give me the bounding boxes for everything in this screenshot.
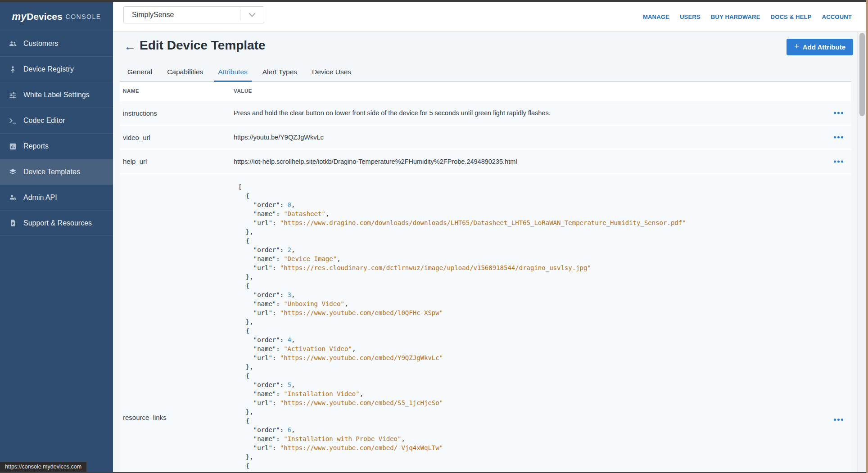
chevron-down-icon: [240, 13, 264, 17]
window-top-edge: [0, 0, 868, 2]
attribute-name: video_url: [120, 126, 234, 149]
plus-icon: +: [794, 42, 799, 51]
window-right-edge: [866, 0, 868, 473]
logo-devices: Devices: [27, 11, 62, 22]
mydevices-logo: myDevicesCONSOLE: [0, 2, 113, 31]
tab-alert-types[interactable]: Alert Types: [262, 63, 297, 81]
sidebar-item-device-templates[interactable]: Device Templates: [0, 159, 113, 185]
support-resources-icon: [9, 219, 17, 227]
attribute-name: help_url: [120, 150, 234, 173]
logo-my: my: [12, 11, 27, 23]
app-window: myDevicesCONSOLE CustomersDevice Registr…: [0, 0, 868, 473]
sidebar-item-reports[interactable]: Reports: [0, 133, 113, 159]
column-header-value: VALUE: [234, 88, 851, 94]
add-attribute-label: Add Attribute: [803, 43, 845, 51]
attribute-row-resource-links: resource_links[ { "order": 0, "name": "D…: [120, 173, 851, 473]
table-header-row: NAME VALUE: [120, 82, 851, 100]
device-templates-icon: [9, 168, 17, 176]
sidebar-item-label: Customers: [23, 40, 58, 48]
scrollbar-thumb[interactable]: [859, 33, 865, 116]
json-code-block: [ { "order": 0, "name": "Datasheet", "ur…: [238, 182, 686, 473]
top-nav-users[interactable]: USERS: [680, 14, 701, 20]
device-registry-icon: [9, 65, 17, 74]
table-body: instructionsPress and hold the clear but…: [120, 100, 851, 473]
row-actions-menu-icon[interactable]: [833, 110, 844, 116]
reports-icon: [9, 142, 17, 151]
top-nav-manage[interactable]: MANAGE: [643, 14, 669, 20]
row-actions-menu-icon[interactable]: [833, 417, 844, 423]
column-header-name: NAME: [120, 88, 234, 94]
sidebar-nav: CustomersDevice RegistryWhite Label Sett…: [0, 31, 113, 236]
sidebar-item-label: Codec Editor: [23, 117, 65, 125]
sidebar-item-admin-api[interactable]: Admin API: [0, 185, 113, 210]
customers-icon: [9, 40, 17, 48]
logo-console: CONSOLE: [66, 13, 101, 20]
attribute-row-video-url: video_urlhttps://youtu.be/Y9QZJgWkvLc: [120, 125, 851, 149]
white-label-settings-icon: [9, 91, 17, 99]
top-nav-docs-help[interactable]: DOCS & HELP: [771, 14, 812, 20]
sidebar: myDevicesCONSOLE CustomersDevice Registr…: [0, 2, 113, 473]
top-nav-buy-hardware[interactable]: BUY HARDWARE: [711, 14, 760, 20]
sidebar-item-label: Reports: [23, 142, 49, 150]
row-actions-menu-icon[interactable]: [833, 135, 844, 140]
sidebar-item-customers[interactable]: Customers: [0, 31, 113, 56]
attributes-table: NAME VALUE instructionsPress and hold th…: [120, 82, 851, 473]
attribute-value: Press and hold the clear button on lower…: [234, 101, 851, 125]
top-nav-links: MANAGEUSERSBUY HARDWAREDOCS & HELPACCOUN…: [643, 2, 852, 31]
sidebar-item-label: Support & Resources: [23, 219, 92, 227]
attribute-row-help-url: help_urlhttps://iot-help.scrollhelp.site…: [120, 149, 851, 173]
application-selector[interactable]: SimplySense: [123, 6, 264, 23]
sidebar-item-label: Admin API: [23, 194, 57, 202]
main-content: ← Edit Device Template + Add Attribute G…: [113, 32, 857, 473]
sidebar-item-white-label-settings[interactable]: White Label Settings: [0, 82, 113, 108]
codec-editor-icon: [9, 117, 17, 125]
row-actions-menu-icon[interactable]: [833, 158, 844, 164]
sidebar-item-codec-editor[interactable]: Codec Editor: [0, 108, 113, 133]
tab-general[interactable]: General: [127, 63, 152, 81]
vertical-scrollbar-track[interactable]: [857, 32, 866, 472]
application-selector-value: SimplySense: [124, 11, 240, 19]
back-button[interactable]: ←: [124, 39, 136, 54]
attribute-name: resource_links: [120, 174, 234, 473]
sidebar-item-device-registry[interactable]: Device Registry: [0, 56, 113, 82]
attribute-row-instructions: instructionsPress and hold the clear but…: [120, 100, 851, 125]
top-nav-account[interactable]: ACCOUNT: [822, 14, 852, 20]
top-header: SimplySense MANAGEUSERSBUY HARDWAREDOCS …: [113, 2, 868, 32]
tab-device-uses[interactable]: Device Uses: [312, 63, 351, 81]
attribute-name: instructions: [120, 101, 234, 125]
add-attribute-button[interactable]: + Add Attribute: [787, 39, 853, 55]
tab-attributes[interactable]: Attributes: [218, 63, 247, 81]
status-url-tooltip: https://console.mydevices.com: [0, 461, 87, 472]
attribute-value: https://youtu.be/Y9QZJgWkvLc: [234, 126, 851, 149]
sidebar-item-label: White Label Settings: [23, 91, 90, 99]
tab-capabilities[interactable]: Capabilities: [167, 63, 203, 81]
sidebar-item-label: Device Registry: [23, 65, 74, 73]
admin-api-icon: [9, 194, 17, 202]
page-title: Edit Device Template: [140, 38, 266, 53]
sidebar-item-label: Device Templates: [23, 168, 80, 176]
sidebar-item-support-resources[interactable]: Support & Resources: [0, 210, 113, 236]
tab-bar: GeneralCapabilitiesAttributesAlert Types…: [120, 63, 851, 82]
attribute-value: https://iot-help.scrollhelp.site/iotkb/D…: [234, 150, 851, 173]
